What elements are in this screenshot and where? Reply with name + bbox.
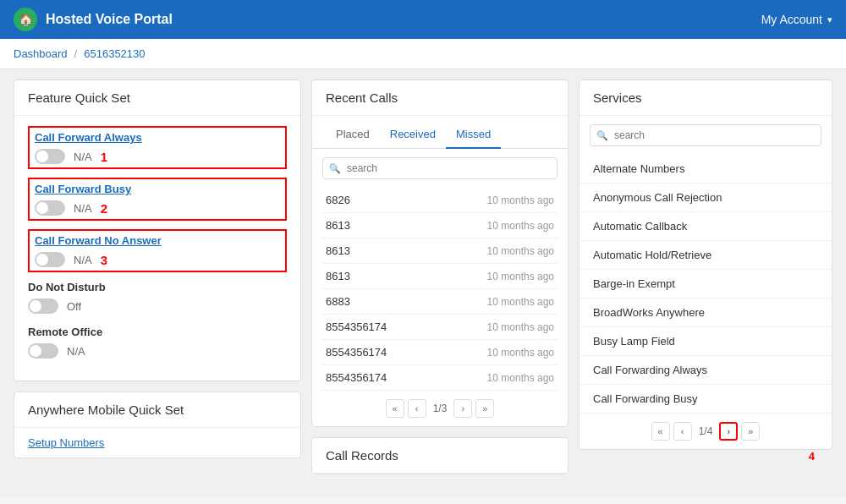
service-item[interactable]: Anonymous Call Rejection [580,184,832,212]
service-item[interactable]: Call Forwarding Busy [580,385,832,414]
services-next-page-button[interactable]: › [719,422,738,441]
table-row: 8613 10 months ago [322,264,558,289]
first-page-button[interactable]: « [386,399,404,418]
table-row: 6883 10 months ago [322,289,558,315]
remote-office-control: N/A [28,343,287,359]
toggle-knob [36,151,48,162]
service-item[interactable]: Automatic Hold/Retrieve [580,241,832,270]
services-panel: Services 🔍 Alternate Numbers Anonymous C… [579,79,832,450]
do-not-disturb-value: Off [67,300,81,313]
toggle-knob [36,254,48,266]
call-number: 8613 [326,270,350,282]
breadcrumb-phone-number[interactable]: 6516352130 [84,47,145,60]
prev-page-button[interactable]: ‹ [408,399,426,418]
call-forward-always-toggle[interactable] [35,149,65,164]
call-forward-always-label[interactable]: Call Forward Always [35,131,280,144]
setup-numbers-link[interactable]: Setup Numbers [14,428,300,457]
call-number: 8554356174 [326,371,387,384]
call-number: 8613 [326,219,350,232]
service-item[interactable]: BroadWorks Anywhere [580,299,832,327]
annotation-1: 1 [101,150,107,164]
services-last-page-button[interactable]: » [741,422,760,441]
feature-quick-set-title: Feature Quick Set [14,80,300,116]
call-forward-no-answer-toggle[interactable] [35,252,65,267]
services-list: Alternate Numbers Anonymous Call Rejecti… [580,155,832,414]
remote-office-value: N/A [67,345,85,358]
call-time: 10 months ago [487,372,554,384]
anywhere-mobile-title: Anywhere Mobile Quick Set [14,392,300,428]
call-forward-always-value: N/A [74,151,92,163]
service-item[interactable]: Alternate Numbers [580,155,832,184]
call-time: 10 months ago [487,296,554,308]
breadcrumb-dashboard[interactable]: Dashboard [14,47,68,60]
feature-quick-set-panel: Feature Quick Set Call Forward Always N/… [14,79,301,381]
call-number: 6883 [326,295,350,308]
services-page-info: 1/4 [695,425,717,437]
call-time: 10 months ago [487,271,554,282]
calls-pagination: « ‹ 1/3 › » [312,391,568,426]
services-pagination: « ‹ 1/4 › » 4 [580,414,832,449]
do-not-disturb-toggle[interactable] [28,299,58,314]
call-forward-busy-value: N/A [74,202,92,215]
table-row: 6826 10 months ago [322,188,558,213]
header: 🏠 Hosted Voice Portal My Account ▾ [0,0,846,39]
table-row: 8613 10 months ago [322,238,558,264]
call-time: 10 months ago [487,194,554,206]
calls-search-box: 🔍 [322,157,558,179]
services-first-page-button[interactable]: « [651,422,670,441]
service-item[interactable]: Busy Lamp Field [580,327,832,356]
tab-missed[interactable]: Missed [446,123,501,149]
toggle-knob [36,202,48,214]
call-time: 10 months ago [487,245,554,257]
calls-tabs: Placed Received Missed [312,116,568,149]
call-forward-busy-item: Call Forward Busy N/A 2 [28,178,287,221]
last-page-button[interactable]: » [475,399,494,418]
do-not-disturb-label: Do Not Disturb [28,281,287,293]
services-search-input[interactable] [590,124,821,146]
center-panel: Recent Calls Placed Received Missed 🔍 68… [311,79,569,487]
call-forward-always-item: Call Forward Always N/A 1 [28,126,287,169]
call-number: 6826 [326,194,350,206]
call-forward-always-control: N/A 1 [35,149,280,164]
call-forward-no-answer-label[interactable]: Call Forward No Answer [35,234,280,247]
call-number: 8554356174 [326,320,387,333]
call-time: 10 months ago [487,321,554,333]
call-time: 10 months ago [487,220,554,232]
service-item[interactable]: Automatic Callback [580,212,832,241]
annotation-4: 4 [809,450,815,463]
toggle-knob [30,300,41,312]
my-account-label: My Account [761,13,822,26]
service-item[interactable]: Barge-in Exempt [580,270,832,299]
tab-received[interactable]: Received [380,123,446,149]
annotation-2: 2 [101,201,107,216]
table-row: 8554356174 10 months ago [322,365,558,391]
chevron-down-icon: ▾ [827,14,832,25]
remote-office-label: Remote Office [28,326,287,338]
anywhere-mobile-panel: Anywhere Mobile Quick Set Setup Numbers [14,392,301,458]
my-account-menu[interactable]: My Account ▾ [761,13,832,26]
do-not-disturb-control: Off [28,299,287,314]
breadcrumb: Dashboard / 6516352130 [0,39,846,69]
services-search-box: 🔍 [590,124,821,146]
feature-items: Call Forward Always N/A 1 Call Forward B… [14,116,300,381]
services-search-icon: 🔍 [596,130,608,141]
toggle-knob [30,345,41,357]
right-panel: Services 🔍 Alternate Numbers Anonymous C… [579,79,832,487]
call-time: 10 months ago [487,347,554,359]
search-icon: 🔍 [329,163,341,174]
call-forward-busy-label[interactable]: Call Forward Busy [35,183,280,195]
call-forward-busy-toggle[interactable] [35,200,65,216]
service-item[interactable]: Call Forwarding Always [580,356,832,385]
table-row: 8554356174 10 months ago [322,340,558,365]
recent-calls-panel: Recent Calls Placed Received Missed 🔍 68… [311,79,569,427]
tab-placed[interactable]: Placed [326,123,380,149]
app-logo-icon: 🏠 [14,8,37,31]
call-number: 8613 [326,244,350,257]
annotation-3: 3 [101,253,107,267]
recent-calls-title: Recent Calls [312,80,568,116]
remote-office-toggle[interactable] [28,343,58,359]
services-prev-page-button[interactable]: ‹ [673,422,692,441]
next-page-button[interactable]: › [453,399,472,418]
call-forward-no-answer-item: Call Forward No Answer N/A 3 [28,229,287,272]
calls-search-input[interactable] [322,157,558,179]
